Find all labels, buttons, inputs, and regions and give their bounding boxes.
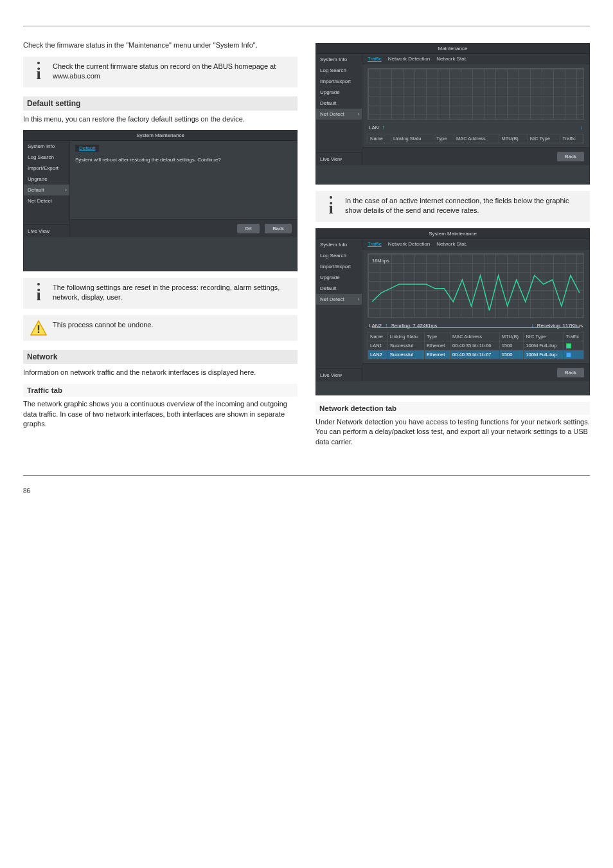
td: Successful	[387, 350, 424, 359]
th: NIC Type	[528, 134, 560, 143]
note-active-internet: i In the case of an active internet conn…	[315, 191, 590, 222]
td: 00:40:35:bb:1b:67	[450, 350, 500, 359]
sidebar-item: Upgrade	[316, 87, 362, 98]
th: Traffic	[560, 134, 584, 143]
sim-confirm-text: System will reboot after restoring the d…	[75, 157, 292, 163]
note-text: The following settings are reset in the …	[53, 283, 291, 302]
sidebar-item-active: Net Detect	[316, 109, 362, 120]
tab-network-stat: Network Stat.	[436, 241, 467, 247]
th: Name	[368, 332, 388, 341]
th: MAC Address	[450, 332, 500, 341]
y-axis-label: 16Mbps	[372, 258, 389, 264]
th: Linking Statu	[391, 134, 434, 143]
sidebar-live-view: Live View	[24, 224, 69, 237]
sim-ok-button: OK	[237, 224, 260, 233]
legend-receiving: Receiving: 117Kbps	[537, 323, 583, 329]
note-text: In the case of an active internet connec…	[345, 196, 583, 215]
sim-sidebar: System Info Log Search Import/Export Upg…	[24, 141, 70, 237]
th: Type	[424, 332, 450, 341]
td: LAN1	[368, 341, 388, 350]
td	[564, 350, 583, 359]
td	[564, 341, 583, 350]
legend-sending: Sending: 7,424Kbps	[391, 323, 438, 329]
sidebar-item: Upgrade	[316, 272, 362, 283]
td: 100M Full-dup	[524, 341, 564, 350]
intro-text: Check the firmware status in the "Mainte…	[23, 41, 298, 50]
table-row: LAN2 Successful Ethernet 00:40:35:bb:1b:…	[368, 350, 584, 359]
sidebar-item: Upgrade	[24, 174, 69, 185]
td: Ethernet	[424, 341, 450, 350]
sim-sidebar: System Info Log Search Import/Export Upg…	[316, 54, 362, 165]
tab-network-detection: Network Detection	[388, 241, 430, 247]
note-reset-list: i The following settings are reset in th…	[23, 278, 298, 309]
info-icon: i	[328, 196, 333, 217]
subsection-network-detection-tab: Network detection tab	[315, 402, 590, 415]
note-text: Check the current firmware status on rec…	[53, 62, 291, 81]
sim-title: System Maintenance	[24, 131, 297, 141]
td: 100M Full-dup	[524, 350, 564, 359]
td: 1500	[499, 350, 524, 359]
th: Traffic	[564, 332, 583, 341]
td: Ethernet	[424, 350, 450, 359]
network-body: Information on network traffic and the n…	[23, 368, 298, 377]
tab-network-detection: Network Detection	[388, 56, 430, 62]
traffic-indicator-icon	[566, 352, 571, 357]
sidebar-item: Log Search	[316, 250, 362, 261]
sim-title: System Maintenance	[316, 229, 589, 239]
screenshot-default-settings: System Maintenance System Info Log Searc…	[23, 130, 298, 271]
tab-network-stat: Network Stat.	[436, 56, 467, 62]
default-body: In this menu, you can restore the factor…	[23, 114, 298, 124]
info-icon: i	[36, 283, 40, 303]
sidebar-item: System Info	[316, 54, 362, 65]
td: 00:40:35:bb:1b:66	[450, 341, 500, 350]
svg-rect-1	[38, 325, 39, 330]
traffic-table: Name Linking Statu Type MAC Address MTU(…	[368, 134, 584, 143]
info-icon: i	[36, 62, 40, 82]
sim-back-button: Back	[265, 224, 292, 233]
th: MAC Address	[454, 134, 499, 143]
sidebar-item: Log Search	[316, 65, 362, 76]
sidebar-item-active: Net Detect	[316, 294, 362, 305]
screenshot-traffic-live: System Maintenance System Info Log Searc…	[315, 228, 590, 395]
traffic-table-live: Name Linking Statu Type MAC Address MTU(…	[368, 332, 584, 359]
sidebar-item: Default	[316, 98, 362, 109]
legend-lan-label: LAN2	[369, 323, 382, 329]
th: Linking Statu	[387, 332, 424, 341]
screenshot-traffic-empty: Maintenance System Info Log Search Impor…	[315, 43, 590, 185]
section-network: Network	[23, 350, 298, 364]
arrow-down-icon: ↓	[580, 124, 583, 131]
sidebar-item: Net Detect	[24, 195, 69, 206]
th: Type	[434, 134, 454, 143]
arrow-up-icon: ↑	[382, 124, 386, 131]
sidebar-item: System Info	[316, 239, 362, 250]
sidebar-item-active: Default	[24, 185, 69, 195]
sidebar-live-view: Live View	[316, 152, 362, 165]
td: LAN2	[368, 350, 388, 359]
traffic-indicator-icon	[566, 343, 571, 348]
legend-lan-label: LAN	[369, 125, 379, 131]
sidebar-live-view: Live View	[316, 368, 362, 381]
footer-page-number: 86	[23, 487, 30, 494]
td: Successful	[387, 341, 424, 350]
th: NIC Type	[524, 332, 564, 341]
sidebar-item: System Info	[24, 141, 69, 152]
tab-traffic: Traffic	[368, 241, 382, 247]
sidebar-item: Log Search	[24, 152, 69, 163]
sim-title: Maintenance	[316, 44, 589, 54]
sim-tabs: Traffic Network Detection Network Stat.	[362, 54, 589, 64]
sidebar-item: Import/Export	[24, 163, 69, 174]
warning-icon	[30, 320, 47, 336]
th: MTU(B)	[499, 134, 528, 143]
sim-back-button: Back	[557, 368, 584, 377]
sidebar-item: Import/Export	[316, 261, 362, 272]
subsection-traffic-tab: Traffic tab	[23, 384, 298, 397]
arrow-down-icon: ↓	[531, 322, 534, 329]
th: MTU(B)	[499, 332, 524, 341]
traffic-chart-live: 16Mbps	[368, 253, 584, 318]
sim-back-button: Back	[557, 152, 584, 161]
sidebar-item: Default	[316, 283, 362, 294]
chart-svg	[372, 258, 580, 328]
warn-irreversible: This process cannot be undone.	[23, 315, 298, 341]
td: 1500	[499, 341, 524, 350]
traffic-body: The network graphic shows you a continuo…	[23, 399, 298, 429]
